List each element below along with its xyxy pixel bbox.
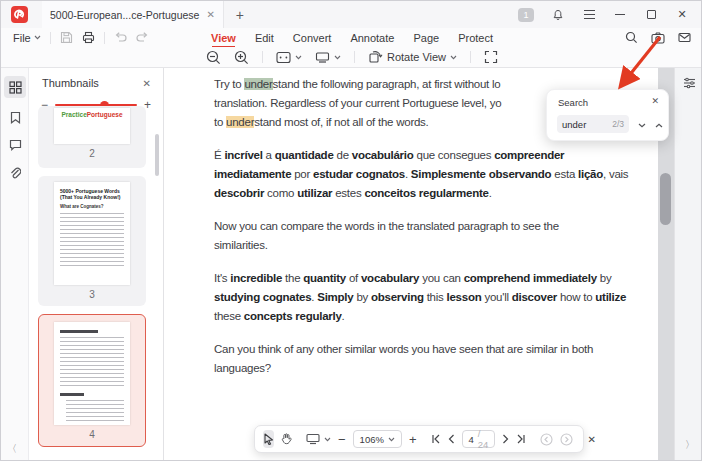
zoom-level-dropdown[interactable]: 106% [353,430,402,448]
tab-close-icon[interactable]: ✕ [206,9,214,20]
reading-view-icon [315,51,330,64]
title-bar: 5000-European...ce-Portuguese ✕ + 1 ✕ [1,1,702,28]
history-forward-icon[interactable] [560,430,573,448]
document-tab[interactable]: 5000-European...ce-Portuguese ✕ [42,1,224,28]
thumbnail-page-4-selected[interactable]: 4 [38,314,146,447]
page-number-input[interactable]: 4 / 24 [462,430,496,448]
tab-page[interactable]: Page [413,32,439,44]
comment-icon[interactable] [4,134,26,156]
document-scrollbar-thumb[interactable] [660,173,671,225]
toolbar-close-icon[interactable]: ✕ [587,430,595,448]
thumbnails-grid-icon[interactable] [4,76,26,98]
search-icon[interactable] [625,31,638,44]
tab-edit[interactable]: Edit [255,32,274,44]
chevron-down-icon [388,437,395,442]
thumbnail-page-3[interactable]: 5000+ Portuguese Words (That You Already… [38,176,146,306]
thumbnail-scrollbar[interactable] [155,134,159,176]
tab-protect[interactable]: Protect [458,32,493,44]
hand-pan-icon[interactable] [281,430,292,448]
search-query: under [562,119,612,130]
search-popup-label: Search [558,97,588,108]
notification-badge[interactable]: 1 [518,8,534,22]
search-prev-icon[interactable] [652,119,666,131]
attachment-icon[interactable] [4,162,26,184]
pdfelement-logo [11,6,28,23]
thumbnail-page-number: 3 [89,285,95,306]
zoom-out-icon[interactable] [206,50,221,65]
fit-width-icon [276,51,291,64]
window-close-icon[interactable]: ✕ [675,8,689,22]
reading-view-icon [306,433,320,445]
menu-bar: File View Edit Convert Annotate Page [1,28,702,47]
fullscreen-icon[interactable] [484,50,498,64]
zoom-decrease-icon[interactable]: − [338,430,346,448]
zoom-level-value: 106% [360,434,384,445]
maximize-icon[interactable] [644,8,658,22]
notification-bell-icon[interactable] [551,8,565,22]
divider [354,51,355,63]
thumbnail-page-number: 2 [89,144,95,165]
next-page-icon[interactable] [502,430,509,448]
chevron-down-icon [334,55,341,60]
search-popup: Search ✕ under 2/3 [546,89,669,141]
reading-view-button[interactable] [315,51,341,64]
mail-icon[interactable] [678,32,691,43]
view-mode-button[interactable] [306,433,331,445]
current-page: 4 [469,434,474,445]
collapse-sidebar-icon[interactable]: 〈 [7,442,17,456]
screenshot-camera-icon[interactable] [651,32,665,44]
zoom-in-icon[interactable] [234,50,249,65]
thumbnails-panel-title: Thumbnails [42,77,99,89]
divider [470,51,471,63]
tab-annotate[interactable]: Annotate [350,32,394,44]
thumbnail-3-heading: 5000+ Portuguese Words (That You Already… [60,188,124,200]
zoom-increase-icon[interactable]: + [409,430,417,448]
page-settings-icon[interactable] [683,75,696,93]
right-side-panel: 〉 [674,68,702,461]
app-window: 5000-European...ce-Portuguese ✕ + 1 ✕ Fi… [0,0,702,461]
history-back-icon[interactable] [540,430,553,448]
tab-view[interactable]: View [211,32,236,44]
first-page-icon[interactable] [431,430,441,448]
search-next-icon[interactable] [635,119,649,131]
search-match-counter: 2/3 [612,119,624,129]
view-toolbar: Rotate View [1,47,702,68]
thumbnail-3-subheading: What are Cognates? [60,204,124,209]
rotate-view-button[interactable]: Rotate View [368,50,457,64]
thumbnail-page-2[interactable]: PracticePortuguese 2 [38,106,146,168]
rotate-view-icon [368,50,383,64]
thumbnails-close-icon[interactable]: ✕ [143,78,151,89]
divider [262,51,263,63]
bookmark-icon[interactable] [4,106,26,128]
prev-page-icon[interactable] [448,430,455,448]
window-menu-icon[interactable] [582,8,596,22]
select-cursor-icon[interactable] [263,430,274,448]
main-menu: View Edit Convert Annotate Page Protect [1,28,702,47]
last-page-icon[interactable] [516,430,526,448]
chevron-down-icon [295,55,302,60]
floating-page-toolbar: − 106% + 4 / 24 ✕ [254,425,584,453]
tab-convert[interactable]: Convert [293,32,332,44]
search-close-icon[interactable]: ✕ [651,96,659,106]
chevron-down-icon [324,437,331,442]
tab-title: 5000-European...ce-Portuguese [50,9,199,21]
expand-right-panel-icon[interactable]: 〉 [685,438,695,452]
chevron-down-icon [450,55,457,60]
thumbnail-page-number: 4 [89,425,95,446]
fit-width-button[interactable] [276,51,302,64]
new-tab-icon[interactable]: + [236,7,244,23]
total-pages: / 24 [478,428,489,450]
thumbnails-panel: Thumbnails ✕ − + PracticePortuguese 2 50… [29,68,164,461]
left-icon-strip: 〈 [1,68,29,461]
thumbnail-2-logo: PracticePortuguese [54,111,130,118]
search-input[interactable]: under 2/3 [557,115,629,133]
minimize-icon[interactable] [613,8,627,22]
